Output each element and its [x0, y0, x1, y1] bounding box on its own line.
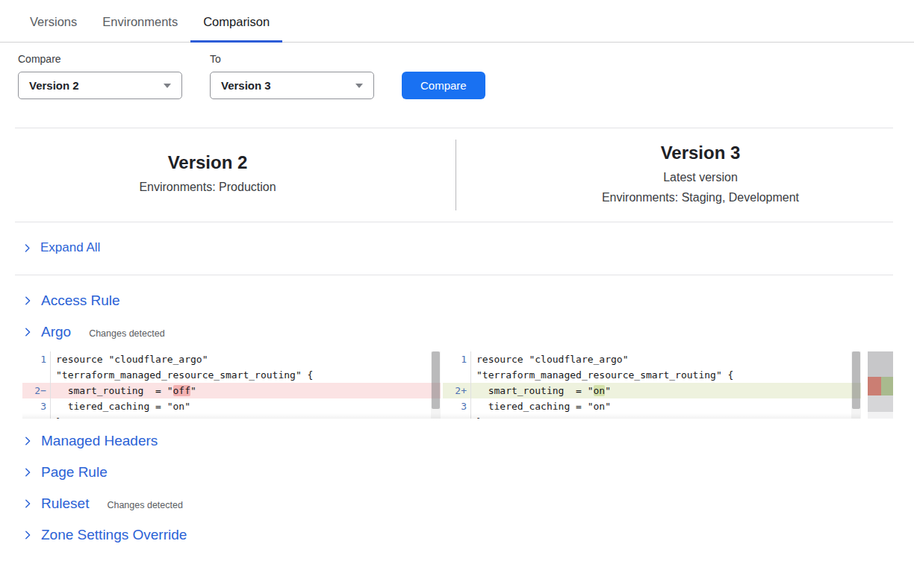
section-label: Page Rule — [41, 464, 108, 481]
compare-form: Compare Version 2 To Version 3 Compare — [0, 43, 914, 99]
line-number — [22, 367, 50, 383]
compare-version-select[interactable]: Version 2 — [18, 72, 182, 99]
diff-line-removed: 2− smart_routing = "off" — [22, 383, 441, 398]
compare-field: Compare Version 2 — [18, 53, 182, 99]
chevron-right-icon — [22, 498, 33, 509]
argo-diff: 1 resource "cloudflare_argo" "terraform_… — [22, 351, 893, 419]
section-label: Managed Headers — [41, 433, 158, 449]
to-version-select[interactable]: Version 3 — [210, 72, 374, 99]
tab-environments[interactable]: Environments — [90, 15, 190, 42]
section-managed-headers[interactable]: Managed Headers — [0, 425, 914, 457]
dropdown-caret-icon — [164, 84, 171, 88]
compare-label: Compare — [18, 53, 182, 65]
chevron-right-icon — [22, 530, 33, 540]
code-text: } — [50, 414, 441, 419]
code-text: tiered_caching = "on" — [50, 398, 441, 414]
section-label: Access Rule — [41, 293, 120, 309]
code-text: resource "cloudflare_argo" — [470, 351, 861, 367]
diff-line: "terraform_managed_resource_smart_routin… — [22, 367, 441, 383]
code-text: "terraform_managed_resource_smart_routin… — [50, 367, 441, 383]
diff-line: } — [22, 414, 441, 419]
minimap-removed-marker — [868, 377, 881, 395]
dropdown-caret-icon — [355, 84, 363, 88]
section-zone-settings-override[interactable]: Zone Settings Override — [0, 519, 914, 551]
version-right-environments: Environments: Staging, Development — [508, 187, 893, 207]
sections-list: Access Rule Argo Changes detected 1 reso… — [0, 275, 914, 551]
code-text: tiered_caching = "on" — [470, 398, 861, 414]
version-left-title: Version 2 — [15, 152, 400, 173]
chevron-right-icon — [22, 295, 33, 306]
line-number: 2− — [22, 383, 50, 398]
version-headers: Version 2 Environments: Production Versi… — [0, 128, 914, 222]
diff-line: "terraform_managed_resource_smart_routin… — [443, 367, 861, 383]
line-number: 1 — [443, 351, 470, 367]
panel-divider — [456, 140, 456, 210]
code-text: "terraform_managed_resource_smart_routin… — [470, 367, 861, 383]
chevron-right-icon — [22, 436, 33, 446]
changes-badge: Changes detected — [89, 326, 164, 339]
expand-all-label: Expand All — [40, 240, 100, 255]
section-argo[interactable]: Argo Changes detected — [0, 316, 914, 348]
diff-line: 3 tiered_caching = "on" — [22, 398, 441, 414]
line-number: 1 — [22, 351, 50, 367]
section-label: Zone Settings Override — [41, 527, 187, 543]
section-ruleset[interactable]: Ruleset Changes detected — [0, 488, 914, 519]
diff-pane-right: 1 resource "cloudflare_argo" "terraform_… — [443, 351, 861, 419]
version-panel-right: Version 3 Latest version Environments: S… — [453, 143, 893, 207]
scrollbar[interactable] — [851, 351, 861, 419]
scrollbar[interactable] — [431, 351, 441, 419]
tab-versions[interactable]: Versions — [17, 15, 90, 42]
line-number: 3 — [22, 398, 50, 414]
version-right-latest: Latest version — [508, 167, 893, 187]
diff-line: 1 resource "cloudflare_argo" — [443, 351, 861, 367]
diff-line: 3 tiered_caching = "on" — [443, 398, 861, 414]
section-label: Argo — [41, 324, 71, 340]
scrollbar-thumb[interactable] — [852, 351, 860, 409]
diff-line: } — [443, 414, 861, 419]
version-panel-left: Version 2 Environments: Production — [15, 152, 453, 197]
chevron-right-icon — [22, 327, 33, 337]
expand-all-button[interactable]: Expand All — [0, 222, 914, 275]
scrollbar-thumb[interactable] — [432, 351, 440, 409]
minimap-change-marker — [868, 377, 893, 395]
compare-button[interactable]: Compare — [402, 72, 485, 99]
minimap-added-marker — [881, 377, 894, 395]
code-text: smart_routing = "off" — [50, 383, 441, 398]
compare-version-value: Version 2 — [29, 79, 79, 92]
code-text: smart_routing = "on" — [470, 383, 861, 398]
version-left-environments: Environments: Production — [15, 177, 400, 197]
code-text: } — [470, 414, 861, 419]
code-text: resource "cloudflare_argo" — [50, 351, 441, 367]
tab-comparison[interactable]: Comparison — [190, 15, 282, 42]
line-number — [443, 367, 470, 383]
line-number — [22, 414, 50, 419]
to-version-value: Version 3 — [221, 79, 271, 92]
line-number: 2+ — [443, 383, 470, 398]
section-label: Ruleset — [41, 495, 89, 512]
to-field: To Version 3 — [210, 53, 374, 99]
tab-bar: Versions Environments Comparison — [0, 0, 914, 43]
section-access-rule[interactable]: Access Rule — [0, 285, 914, 316]
version-right-title: Version 3 — [508, 143, 893, 163]
chevron-right-icon — [22, 467, 33, 478]
diff-line: 1 resource "cloudflare_argo" — [22, 351, 441, 367]
to-label: To — [210, 53, 374, 65]
line-number — [443, 414, 470, 419]
diff-minimap[interactable] — [868, 351, 893, 419]
changes-badge: Changes detected — [107, 498, 182, 510]
diff-line-added: 2+ smart_routing = "on" — [443, 383, 861, 398]
diff-pane-left: 1 resource "cloudflare_argo" "terraform_… — [22, 351, 441, 419]
chevron-right-icon — [22, 243, 32, 253]
section-page-rule[interactable]: Page Rule — [0, 457, 914, 488]
line-number: 3 — [443, 398, 470, 414]
